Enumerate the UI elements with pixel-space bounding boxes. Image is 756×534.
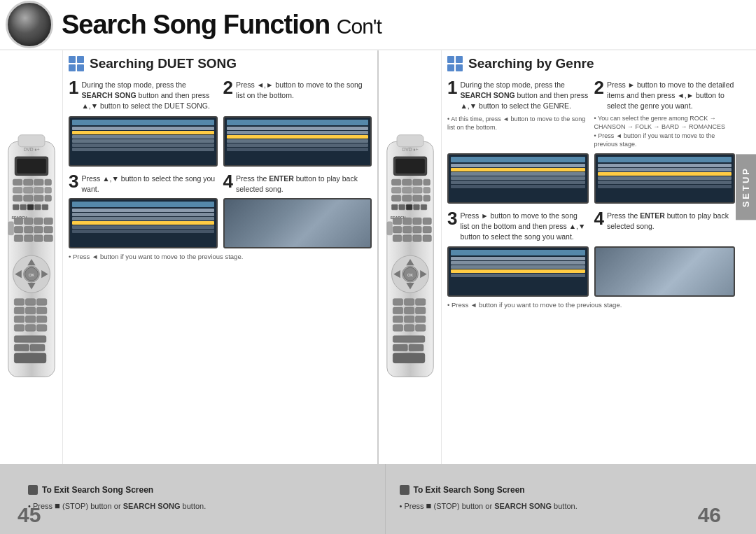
svg-rect-113 — [393, 324, 402, 330]
svg-rect-89 — [402, 226, 411, 232]
svg-rect-83 — [386, 221, 392, 234]
svg-rect-28 — [14, 226, 22, 232]
page-number-right: 46 — [698, 503, 721, 527]
page-number-left: 45 — [18, 503, 41, 527]
svg-rect-81 — [421, 204, 427, 210]
svg-rect-69 — [391, 187, 400, 193]
svg-rect-115 — [415, 324, 425, 330]
svg-rect-79 — [406, 204, 412, 210]
right-half: DVD ♦+ SEARCH — [379, 50, 756, 464]
right-section-heading: Searching by Genre — [468, 56, 594, 71]
page-title: Search Song Function Con't — [62, 10, 382, 40]
svg-rect-13 — [13, 195, 22, 201]
svg-rect-53 — [14, 324, 24, 330]
svg-rect-66 — [402, 179, 411, 185]
svg-rect-24 — [14, 218, 22, 224]
step-2-right: 2 Press ► button to move to the detailed… — [594, 78, 736, 149]
svg-rect-61 — [397, 134, 424, 146]
right-instructions: Searching by Genre 1 During the stop mod… — [442, 50, 756, 464]
svg-rect-16 — [44, 195, 50, 201]
step-1-left: 1 During the stop mode, press the SEARCH… — [69, 78, 218, 112]
svg-rect-67 — [412, 179, 421, 185]
svg-rect-27 — [44, 218, 52, 224]
svg-rect-111 — [404, 316, 414, 322]
left-section-title: Searching DUET SONG — [69, 56, 372, 71]
svg-rect-116 — [393, 335, 424, 342]
svg-rect-35 — [44, 234, 52, 241]
footer-right-text: • Press ■ (STOP) button or SEARCH SONG b… — [400, 499, 743, 513]
svg-rect-112 — [415, 316, 425, 322]
svg-rect-32 — [14, 234, 22, 241]
setup-tab: SETUP — [736, 154, 756, 220]
svg-rect-109 — [415, 307, 425, 314]
step-3-left: 3 Press ▲,▼ button to select the song yo… — [69, 172, 218, 195]
svg-rect-73 — [391, 195, 400, 201]
left-section-heading: Searching DUET SONG — [90, 56, 237, 71]
svg-rect-78 — [398, 204, 405, 210]
step-1-right: 1 During the stop mode, press the SEARCH… — [447, 78, 589, 149]
svg-text:DVD ♦+: DVD ♦+ — [402, 147, 418, 152]
svg-rect-95 — [423, 234, 431, 241]
svg-rect-88 — [393, 226, 401, 232]
svg-rect-87 — [423, 218, 431, 224]
footer-left: To Exit Search Song Screen • Press ■ (ST… — [0, 464, 386, 534]
svg-rect-110 — [393, 316, 402, 322]
svg-rect-94 — [412, 234, 421, 241]
thumb-step2-left — [223, 116, 372, 167]
svg-rect-91 — [423, 226, 431, 232]
svg-rect-75 — [412, 195, 421, 201]
svg-rect-8 — [44, 179, 50, 185]
svg-rect-55 — [36, 324, 46, 330]
svg-text:OK: OK — [407, 272, 412, 276]
svg-rect-31 — [44, 226, 52, 232]
footer: To Exit Search Song Screen • Press ■ (ST… — [0, 464, 756, 534]
svg-rect-4 — [17, 158, 46, 173]
svg-rect-105 — [404, 298, 414, 304]
svg-rect-74 — [402, 195, 411, 201]
step-4-left: 4 Press the ENTER button to play back se… — [223, 172, 372, 195]
svg-rect-93 — [402, 234, 411, 241]
footer-left-label: To Exit Search Song Screen — [42, 485, 153, 495]
left-half: DVD ♦+ — [0, 50, 379, 464]
svg-rect-44 — [14, 298, 24, 304]
svg-rect-29 — [24, 226, 32, 232]
svg-rect-18 — [20, 204, 26, 210]
svg-rect-56 — [14, 335, 46, 342]
step-2-left: 2 Press ◄,► button to move to the song l… — [223, 78, 372, 112]
svg-rect-48 — [25, 307, 35, 314]
svg-rect-92 — [393, 234, 401, 241]
svg-rect-7 — [34, 179, 43, 185]
step-3-right: 3 Press ► button to move to the song lis… — [447, 209, 589, 243]
svg-rect-33 — [24, 234, 32, 241]
svg-rect-17 — [13, 204, 19, 210]
right-remote-col: DVD ♦+ SEARCH — [379, 50, 442, 464]
svg-rect-68 — [423, 179, 429, 185]
footer-left-text: • Press ■ (STOP) button or SEARCH SONG b… — [28, 499, 371, 513]
svg-rect-57 — [14, 344, 29, 351]
svg-rect-107 — [393, 307, 402, 314]
svg-rect-45 — [25, 298, 35, 304]
thumb-step4-left — [223, 198, 372, 248]
step-4-right: 4 Press the ENTER button to play back se… — [594, 209, 736, 243]
svg-rect-49 — [36, 307, 46, 314]
svg-rect-50 — [14, 316, 24, 322]
svg-rect-72 — [423, 187, 429, 193]
svg-rect-106 — [415, 298, 425, 304]
svg-rect-12 — [44, 187, 50, 193]
svg-rect-64 — [396, 158, 425, 173]
svg-rect-26 — [34, 218, 42, 224]
svg-rect-65 — [391, 179, 400, 185]
svg-text:OK: OK — [28, 272, 34, 276]
svg-rect-114 — [404, 324, 414, 330]
svg-rect-6 — [23, 179, 32, 185]
thumb-step2-right — [594, 153, 736, 204]
svg-rect-90 — [412, 226, 421, 232]
svg-rect-70 — [402, 187, 411, 193]
note-left: • Press ◄ button if you want to move to … — [69, 252, 372, 261]
svg-rect-108 — [404, 307, 414, 314]
svg-rect-30 — [34, 226, 42, 232]
svg-rect-52 — [36, 316, 46, 322]
svg-rect-76 — [423, 195, 429, 201]
thumb-step3-left — [69, 198, 218, 248]
svg-rect-51 — [25, 316, 35, 322]
